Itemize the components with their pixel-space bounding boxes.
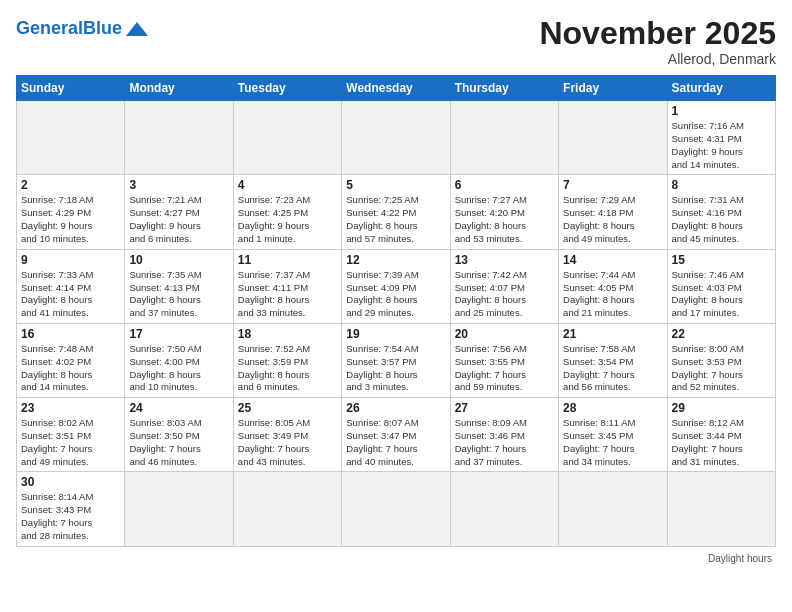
day-number: 24 [129,401,228,415]
daylight-label: Daylight hours [708,553,772,564]
month-title: November 2025 [539,16,776,51]
calendar-cell: 25Sunrise: 8:05 AM Sunset: 3:49 PM Dayli… [233,398,341,472]
header: GeneralBlue November 2025 Allerod, Denma… [16,16,776,67]
day-info: Sunrise: 7:29 AM Sunset: 4:18 PM Dayligh… [563,194,662,245]
day-info: Sunrise: 8:07 AM Sunset: 3:47 PM Dayligh… [346,417,445,468]
calendar-cell: 30Sunrise: 8:14 AM Sunset: 3:43 PM Dayli… [17,472,125,546]
calendar-header-saturday: Saturday [667,76,775,101]
calendar-cell: 24Sunrise: 8:03 AM Sunset: 3:50 PM Dayli… [125,398,233,472]
calendar-cell: 23Sunrise: 8:02 AM Sunset: 3:51 PM Dayli… [17,398,125,472]
day-info: Sunrise: 7:31 AM Sunset: 4:16 PM Dayligh… [672,194,771,245]
day-info: Sunrise: 7:56 AM Sunset: 3:55 PM Dayligh… [455,343,554,394]
calendar-body: 1Sunrise: 7:16 AM Sunset: 4:31 PM Daylig… [17,101,776,547]
day-info: Sunrise: 7:37 AM Sunset: 4:11 PM Dayligh… [238,269,337,320]
title-area: November 2025 Allerod, Denmark [539,16,776,67]
calendar-cell: 1Sunrise: 7:16 AM Sunset: 4:31 PM Daylig… [667,101,775,175]
day-number: 13 [455,253,554,267]
calendar-week-2: 2Sunrise: 7:18 AM Sunset: 4:29 PM Daylig… [17,175,776,249]
calendar-cell [233,101,341,175]
calendar-cell: 18Sunrise: 7:52 AM Sunset: 3:59 PM Dayli… [233,323,341,397]
day-number: 6 [455,178,554,192]
calendar-cell [125,101,233,175]
day-info: Sunrise: 7:25 AM Sunset: 4:22 PM Dayligh… [346,194,445,245]
calendar-cell [450,101,558,175]
calendar-cell: 10Sunrise: 7:35 AM Sunset: 4:13 PM Dayli… [125,249,233,323]
day-number: 7 [563,178,662,192]
calendar-cell: 3Sunrise: 7:21 AM Sunset: 4:27 PM Daylig… [125,175,233,249]
subtitle: Allerod, Denmark [539,51,776,67]
day-number: 30 [21,475,120,489]
day-number: 5 [346,178,445,192]
calendar-table: SundayMondayTuesdayWednesdayThursdayFrid… [16,75,776,547]
calendar-cell: 21Sunrise: 7:58 AM Sunset: 3:54 PM Dayli… [559,323,667,397]
day-number: 27 [455,401,554,415]
calendar-cell: 12Sunrise: 7:39 AM Sunset: 4:09 PM Dayli… [342,249,450,323]
calendar-cell [233,472,341,546]
calendar-cell [667,472,775,546]
day-number: 10 [129,253,228,267]
day-info: Sunrise: 7:48 AM Sunset: 4:02 PM Dayligh… [21,343,120,394]
calendar-cell [559,101,667,175]
day-number: 11 [238,253,337,267]
day-info: Sunrise: 8:11 AM Sunset: 3:45 PM Dayligh… [563,417,662,468]
calendar-cell: 14Sunrise: 7:44 AM Sunset: 4:05 PM Dayli… [559,249,667,323]
day-info: Sunrise: 8:05 AM Sunset: 3:49 PM Dayligh… [238,417,337,468]
day-number: 25 [238,401,337,415]
calendar-header-friday: Friday [559,76,667,101]
calendar-week-4: 16Sunrise: 7:48 AM Sunset: 4:02 PM Dayli… [17,323,776,397]
logo-triangle-icon [126,18,148,40]
day-number: 14 [563,253,662,267]
day-info: Sunrise: 7:21 AM Sunset: 4:27 PM Dayligh… [129,194,228,245]
calendar-cell [342,472,450,546]
calendar-week-6: 30Sunrise: 8:14 AM Sunset: 3:43 PM Dayli… [17,472,776,546]
day-info: Sunrise: 8:03 AM Sunset: 3:50 PM Dayligh… [129,417,228,468]
calendar-header-sunday: Sunday [17,76,125,101]
day-number: 19 [346,327,445,341]
day-info: Sunrise: 7:39 AM Sunset: 4:09 PM Dayligh… [346,269,445,320]
calendar-week-3: 9Sunrise: 7:33 AM Sunset: 4:14 PM Daylig… [17,249,776,323]
calendar-cell: 13Sunrise: 7:42 AM Sunset: 4:07 PM Dayli… [450,249,558,323]
calendar-cell: 29Sunrise: 8:12 AM Sunset: 3:44 PM Dayli… [667,398,775,472]
day-number: 29 [672,401,771,415]
day-info: Sunrise: 7:23 AM Sunset: 4:25 PM Dayligh… [238,194,337,245]
calendar-header-thursday: Thursday [450,76,558,101]
calendar-cell [17,101,125,175]
calendar-cell: 2Sunrise: 7:18 AM Sunset: 4:29 PM Daylig… [17,175,125,249]
day-info: Sunrise: 7:33 AM Sunset: 4:14 PM Dayligh… [21,269,120,320]
logo-text: GeneralBlue [16,19,122,37]
calendar-week-1: 1Sunrise: 7:16 AM Sunset: 4:31 PM Daylig… [17,101,776,175]
day-number: 28 [563,401,662,415]
day-info: Sunrise: 7:16 AM Sunset: 4:31 PM Dayligh… [672,120,771,171]
calendar-cell: 20Sunrise: 7:56 AM Sunset: 3:55 PM Dayli… [450,323,558,397]
day-info: Sunrise: 8:12 AM Sunset: 3:44 PM Dayligh… [672,417,771,468]
day-info: Sunrise: 7:52 AM Sunset: 3:59 PM Dayligh… [238,343,337,394]
calendar-cell: 11Sunrise: 7:37 AM Sunset: 4:11 PM Dayli… [233,249,341,323]
calendar-cell: 7Sunrise: 7:29 AM Sunset: 4:18 PM Daylig… [559,175,667,249]
calendar-week-5: 23Sunrise: 8:02 AM Sunset: 3:51 PM Dayli… [17,398,776,472]
day-number: 26 [346,401,445,415]
calendar-cell: 27Sunrise: 8:09 AM Sunset: 3:46 PM Dayli… [450,398,558,472]
day-info: Sunrise: 7:54 AM Sunset: 3:57 PM Dayligh… [346,343,445,394]
day-info: Sunrise: 8:14 AM Sunset: 3:43 PM Dayligh… [21,491,120,542]
day-info: Sunrise: 7:35 AM Sunset: 4:13 PM Dayligh… [129,269,228,320]
day-info: Sunrise: 7:18 AM Sunset: 4:29 PM Dayligh… [21,194,120,245]
calendar-cell: 4Sunrise: 7:23 AM Sunset: 4:25 PM Daylig… [233,175,341,249]
day-info: Sunrise: 7:46 AM Sunset: 4:03 PM Dayligh… [672,269,771,320]
calendar-cell: 9Sunrise: 7:33 AM Sunset: 4:14 PM Daylig… [17,249,125,323]
day-number: 2 [21,178,120,192]
day-number: 3 [129,178,228,192]
calendar-cell: 5Sunrise: 7:25 AM Sunset: 4:22 PM Daylig… [342,175,450,249]
day-number: 1 [672,104,771,118]
day-info: Sunrise: 7:42 AM Sunset: 4:07 PM Dayligh… [455,269,554,320]
calendar-cell [342,101,450,175]
logo: GeneralBlue [16,16,148,40]
calendar-header-tuesday: Tuesday [233,76,341,101]
day-number: 15 [672,253,771,267]
calendar-cell: 16Sunrise: 7:48 AM Sunset: 4:02 PM Dayli… [17,323,125,397]
calendar-cell: 17Sunrise: 7:50 AM Sunset: 4:00 PM Dayli… [125,323,233,397]
day-number: 23 [21,401,120,415]
day-info: Sunrise: 7:44 AM Sunset: 4:05 PM Dayligh… [563,269,662,320]
day-number: 21 [563,327,662,341]
day-number: 20 [455,327,554,341]
calendar-cell: 15Sunrise: 7:46 AM Sunset: 4:03 PM Dayli… [667,249,775,323]
